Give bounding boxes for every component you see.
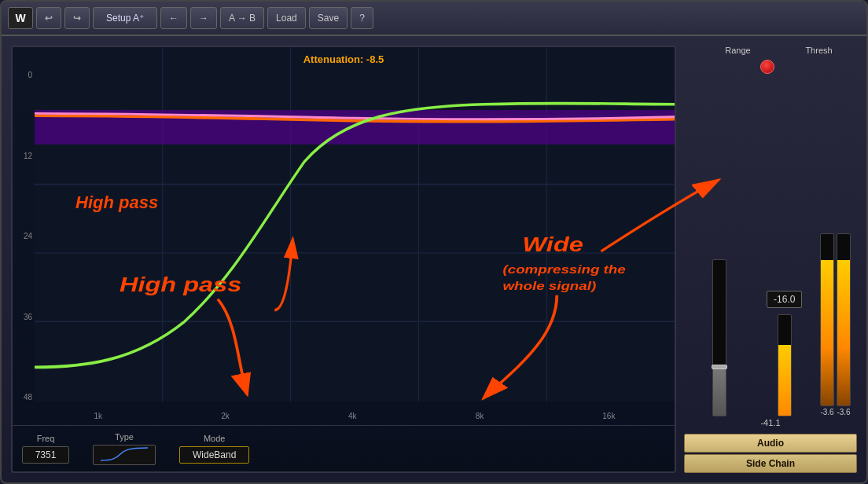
meters-container: Range Thresh [684, 46, 857, 427]
db-label-24: 24 [13, 232, 35, 240]
sidechain-button[interactable]: Side Chain [684, 454, 857, 473]
meter-labels-row: Range Thresh [684, 46, 857, 55]
db-label-0: 0 [13, 71, 35, 79]
level-fill-right [837, 260, 850, 405]
freq-1k: 1k [94, 412, 103, 420]
undo-button[interactable]: ↩ [36, 7, 61, 29]
mode-value[interactable]: WideBand [179, 446, 249, 464]
thresh-knob[interactable] [760, 60, 774, 74]
freq-8k: 8k [476, 412, 484, 420]
setup-label: Setup A⁺ [93, 7, 157, 29]
thresh-value-group: -16.0 [756, 244, 815, 416]
db-label-36: 36 [13, 313, 35, 321]
freq-control: Freq 7351 [22, 434, 69, 464]
range-slider-group [690, 259, 749, 416]
arrow-left-button[interactable]: ← [160, 7, 187, 29]
thresh-label: Thresh [781, 46, 857, 55]
redo-button[interactable]: ↪ [64, 7, 90, 29]
mode-control: Mode WideBand [179, 434, 249, 464]
level-fill-left [821, 260, 833, 405]
range-meter[interactable] [712, 259, 726, 416]
type-control: Type [93, 432, 156, 465]
level-bar-left [820, 233, 834, 406]
freq-value[interactable]: 7351 [22, 446, 69, 464]
db-label-12: 12 [13, 152, 35, 160]
db-label-48: 48 [13, 393, 35, 402]
audio-sidechain: Audio Side Chain [684, 434, 857, 473]
thresh-knob-area [684, 58, 857, 75]
thresh-value-box[interactable]: -16.0 [767, 291, 802, 308]
svg-rect-0 [35, 47, 675, 402]
level-meter-right: -3.6 [837, 233, 851, 416]
freq-2k: 2k [221, 412, 230, 420]
mode-label: Mode [204, 434, 226, 443]
main-content: Attenuation: -8.5 0 12 24 36 48 [2, 36, 866, 482]
audio-button[interactable]: Audio [684, 434, 857, 453]
range-value-label: -41.1 [684, 418, 857, 427]
range-handle[interactable] [712, 365, 727, 369]
thresh-meter[interactable] [778, 314, 792, 416]
ab-button[interactable]: A → B [220, 7, 264, 29]
range-label: Range [700, 46, 776, 55]
type-display[interactable] [93, 445, 156, 465]
eq-controls: Freq 7351 Type [13, 425, 675, 471]
freq-4k: 4k [348, 412, 357, 420]
range-fill [713, 369, 726, 416]
level-val-right: -3.6 [837, 408, 850, 416]
plugin-window: W ↩ ↪ Setup A⁺ ← → A → B Load Save ? Att… [0, 0, 868, 484]
freq-labels: 1k 2k 4k 8k 16k [35, 412, 675, 420]
attenuation-label: Attenuation: -8.5 [303, 53, 384, 65]
freq-16k: 16k [602, 412, 615, 420]
svg-rect-9 [97, 446, 152, 464]
freq-label: Freq [37, 434, 55, 443]
thresh-fill [778, 345, 791, 416]
meter-bars: -16.0 [684, 77, 857, 416]
level-val-left: -3.6 [820, 408, 833, 416]
right-panel: Range Thresh [684, 46, 857, 473]
waves-logo: W [8, 7, 33, 29]
eq-panel: Attenuation: -8.5 0 12 24 36 48 [11, 46, 676, 473]
db-labels: 0 12 24 36 48 [13, 71, 35, 402]
level-meters: -3.6 -3.6 [820, 233, 851, 416]
level-meter-left: -3.6 [820, 233, 834, 416]
eq-svg [35, 47, 675, 402]
help-button[interactable]: ? [351, 7, 373, 29]
filter-type-icon [97, 446, 152, 464]
eq-display: Attenuation: -8.5 0 12 24 36 48 [13, 47, 675, 425]
level-bar-right [837, 233, 851, 406]
save-button[interactable]: Save [309, 7, 348, 29]
arrow-right-button[interactable]: → [190, 7, 217, 29]
eq-canvas [35, 47, 675, 402]
type-label: Type [115, 432, 134, 442]
toolbar: W ↩ ↪ Setup A⁺ ← → A → B Load Save ? [2, 2, 866, 36]
load-button[interactable]: Load [267, 7, 306, 29]
